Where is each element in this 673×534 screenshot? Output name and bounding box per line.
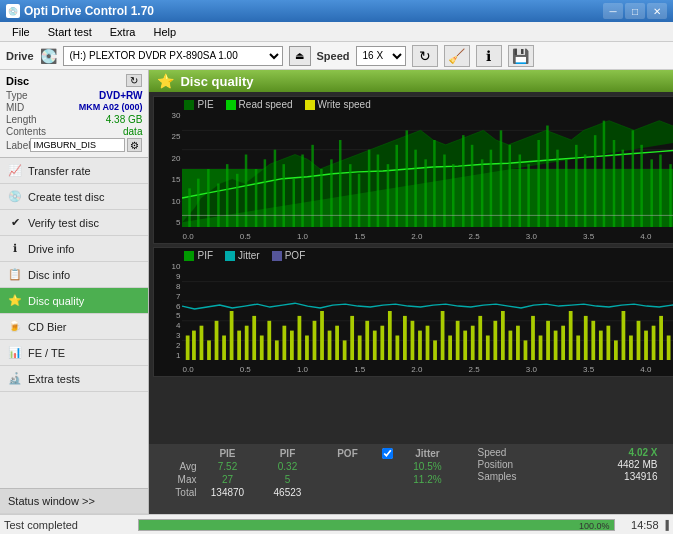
- svg-rect-92: [336, 326, 340, 360]
- svg-rect-98: [381, 326, 385, 360]
- speed-select[interactable]: 16 XMax8 X4 X: [356, 46, 406, 66]
- svg-rect-102: [411, 321, 415, 360]
- cd-bier-icon: 🍺: [8, 320, 22, 334]
- sidebar-item-create-test-disc[interactable]: 💿 Create test disc: [0, 184, 148, 210]
- top-chart: PIE Read speed Write speed 30 25 20: [153, 96, 673, 244]
- sidebar: Disc ↻ Type DVD+RW MID MKM A02 (000) Len…: [0, 70, 149, 514]
- stats-header-pie: PIE: [197, 447, 257, 460]
- disc-quality-header-icon: ⭐: [157, 73, 174, 89]
- svg-rect-115: [509, 331, 513, 360]
- stats-max-pif: 5: [257, 473, 317, 486]
- position-value: 4482 MB: [617, 459, 657, 470]
- svg-rect-125: [584, 316, 588, 360]
- svg-rect-78: [230, 311, 234, 360]
- sidebar-item-disc-info[interactable]: 📋 Disc info: [0, 262, 148, 288]
- legend-pif: PIF: [184, 250, 213, 261]
- close-button[interactable]: ✕: [647, 3, 667, 19]
- save-button[interactable]: 💾: [508, 45, 534, 67]
- disc-contents-label: Contents: [6, 126, 46, 137]
- stats-total-pie: 134870: [197, 486, 257, 499]
- svg-rect-19: [293, 179, 296, 227]
- stats-total-jitter: [397, 486, 457, 499]
- svg-rect-36: [452, 164, 455, 227]
- svg-rect-134: [652, 326, 656, 360]
- stats-header-jitter: Jitter: [397, 447, 457, 460]
- svg-rect-20: [302, 155, 305, 228]
- svg-rect-118: [532, 316, 536, 360]
- svg-rect-111: [479, 316, 483, 360]
- svg-rect-79: [238, 331, 242, 360]
- top-chart-svg: [182, 111, 673, 227]
- sidebar-item-disc-quality[interactable]: ⭐ Disc quality: [0, 288, 148, 314]
- disc-info-button[interactable]: ℹ: [476, 45, 502, 67]
- sidebar-item-cd-bier[interactable]: 🍺 CD Bier: [0, 314, 148, 340]
- position-label: Position: [477, 459, 513, 470]
- menu-file[interactable]: File: [4, 24, 38, 40]
- sidebar-item-label: FE / TE: [28, 347, 65, 359]
- drive-select[interactable]: (H:) PLEXTOR DVDR PX-890SA 1.00: [63, 46, 283, 66]
- disc-label-edit-button[interactable]: ⚙: [127, 138, 142, 152]
- svg-rect-11: [218, 184, 221, 228]
- svg-rect-28: [377, 155, 380, 228]
- svg-rect-87: [298, 316, 302, 360]
- svg-rect-120: [547, 321, 551, 360]
- svg-rect-14: [245, 155, 248, 228]
- svg-rect-22: [321, 169, 324, 227]
- svg-rect-46: [547, 126, 550, 228]
- erase-button[interactable]: 🧹: [444, 45, 470, 67]
- svg-rect-74: [200, 326, 204, 360]
- svg-rect-86: [290, 331, 294, 360]
- svg-rect-112: [486, 336, 490, 361]
- svg-rect-21: [312, 145, 315, 227]
- sidebar-item-label: CD Bier: [28, 321, 67, 333]
- refresh-button[interactable]: ↻: [412, 45, 438, 67]
- jitter-checkbox-cell: [377, 447, 397, 460]
- svg-rect-104: [426, 326, 430, 360]
- sidebar-item-label: Transfer rate: [28, 165, 91, 177]
- svg-rect-88: [306, 336, 310, 361]
- svg-rect-81: [253, 316, 257, 360]
- stats-max-pie: 27: [197, 473, 257, 486]
- samples-label: Samples: [477, 471, 516, 482]
- menu-extra[interactable]: Extra: [102, 24, 144, 40]
- svg-rect-29: [387, 164, 390, 227]
- stats-header-pif: PIF: [257, 447, 317, 460]
- svg-rect-50: [584, 155, 587, 228]
- write-speed-legend-box: [305, 100, 315, 110]
- stats-header-pof: POF: [317, 447, 377, 460]
- svg-rect-39: [481, 159, 484, 227]
- status-text: Test completed: [4, 519, 134, 531]
- disc-contents-value: data: [123, 126, 142, 137]
- status-indicator-icon: ▐: [663, 520, 669, 530]
- sidebar-item-transfer-rate[interactable]: 📈 Transfer rate: [0, 158, 148, 184]
- minimize-button[interactable]: ─: [603, 3, 623, 19]
- svg-rect-117: [524, 340, 528, 360]
- speed-label: Speed: [477, 447, 506, 458]
- disc-refresh-button[interactable]: ↻: [126, 74, 142, 87]
- svg-rect-122: [562, 326, 566, 360]
- svg-rect-53: [613, 140, 616, 227]
- svg-rect-121: [554, 331, 558, 360]
- svg-rect-108: [456, 321, 460, 360]
- disc-quality-title: Disc quality: [180, 74, 253, 89]
- eject-button[interactable]: ⏏: [289, 46, 311, 66]
- stats-total-label: Total: [157, 486, 197, 499]
- time-display: 14:58: [619, 519, 659, 531]
- sidebar-item-extra-tests[interactable]: 🔬 Extra tests: [0, 366, 148, 392]
- sidebar-item-fe-te[interactable]: 📊 FE / TE: [0, 340, 148, 366]
- status-window-button[interactable]: Status window >>: [0, 488, 148, 514]
- title-bar: 💿 Opti Drive Control 1.70 ─ □ ✕: [0, 0, 673, 22]
- svg-rect-13: [236, 174, 239, 227]
- svg-rect-101: [403, 316, 407, 360]
- svg-rect-131: [630, 336, 634, 361]
- svg-rect-82: [260, 336, 264, 361]
- menu-help[interactable]: Help: [145, 24, 184, 40]
- disc-label-input[interactable]: [30, 138, 125, 152]
- sidebar-item-drive-info[interactable]: ℹ Drive info: [0, 236, 148, 262]
- legend-read-speed: Read speed: [226, 99, 293, 110]
- jitter-checkbox[interactable]: [382, 448, 393, 459]
- sidebar-item-verify-test-disc[interactable]: ✔ Verify test disc: [0, 210, 148, 236]
- stats-total-pif: 46523: [257, 486, 317, 499]
- menu-start-test[interactable]: Start test: [40, 24, 100, 40]
- maximize-button[interactable]: □: [625, 3, 645, 19]
